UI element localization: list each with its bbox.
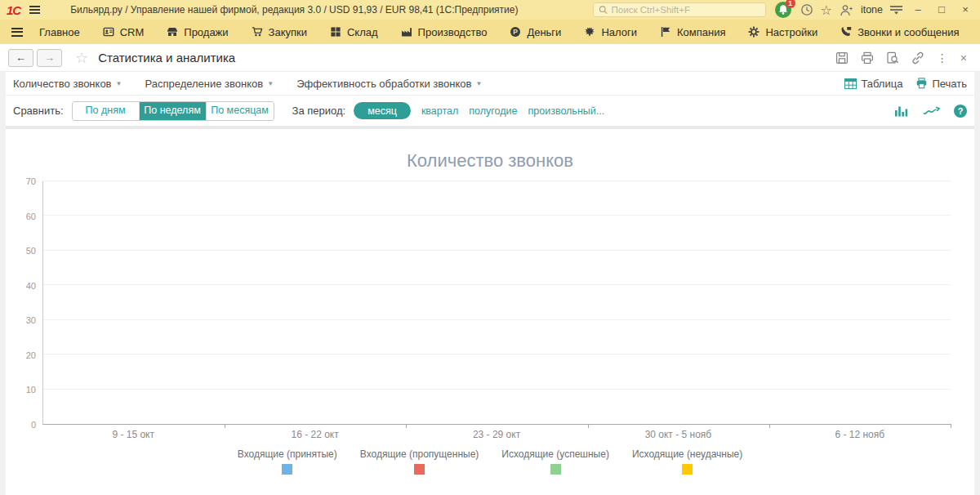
menu-item-warehouse[interactable]: Склад: [318, 20, 390, 44]
page-toolbar: ← → ☆ Статистика и аналитика ⋮ ×: [0, 44, 980, 72]
close-page-icon[interactable]: ×: [960, 51, 967, 65]
menu-item-calls[interactable]: Звонки и сообщения: [829, 20, 970, 44]
y-tick-label: 60: [26, 212, 36, 221]
minimize-button[interactable]: –: [910, 1, 926, 19]
menu-item-money[interactable]: P Деньги: [498, 20, 572, 44]
period-halfyear-link[interactable]: полугодие: [469, 105, 517, 117]
preview-icon[interactable]: [886, 51, 899, 65]
legend-swatch: [550, 464, 561, 475]
menu-item-company[interactable]: Компания: [648, 20, 737, 44]
tab-label: Распределение звонков: [145, 78, 263, 90]
menu-item-purchases[interactable]: Закупки: [240, 20, 318, 44]
print-icon: [915, 78, 928, 89]
purchases-cart-icon: [252, 26, 263, 38]
x-axis-label: 9 - 15 окт: [42, 429, 224, 440]
calls-phone-icon: [840, 26, 852, 38]
user-icon[interactable]: [840, 4, 853, 16]
compare-switch: По дням По неделям По месяцам: [72, 101, 274, 121]
svg-text:P: P: [514, 28, 519, 36]
table-view-button[interactable]: Таблица: [844, 78, 902, 90]
compare-by-months-button[interactable]: По месяцам: [207, 102, 274, 120]
favorite-star-icon[interactable]: ☆: [75, 51, 88, 65]
history-clock-icon[interactable]: [800, 3, 813, 16]
1c-logo: 1С: [7, 3, 20, 17]
window-title: Бильярд.ру / Управление нашей фирмой, ре…: [70, 4, 518, 16]
period-month-button[interactable]: месяц: [354, 102, 411, 119]
menu-item-production[interactable]: Производство: [390, 20, 499, 44]
legend-swatch: [414, 464, 425, 475]
menu-item-label: Компания: [677, 26, 726, 38]
y-tick-label: 30: [26, 315, 36, 325]
user-name[interactable]: itone: [861, 4, 883, 16]
compare-by-days-button[interactable]: По дням: [73, 102, 140, 120]
notification-badge: 1: [786, 0, 795, 8]
line-chart-view-icon[interactable]: [923, 105, 940, 116]
chart-area: Количество звонков 010203040506070 9 - 1…: [0, 129, 980, 495]
menu-item-label: Продажи: [184, 26, 228, 38]
crm-icon: [103, 26, 114, 38]
x-axis-tick: [951, 424, 951, 428]
menu-item-label: Производство: [418, 26, 488, 38]
favorites-star-icon[interactable]: ☆: [821, 2, 832, 18]
maximize-button[interactable]: □: [933, 1, 950, 19]
bar-group: [769, 181, 951, 424]
more-dots-icon[interactable]: ⋮: [937, 52, 948, 64]
global-search[interactable]: [593, 2, 766, 17]
settings-gear-icon: [748, 26, 760, 38]
legend-label: Входящие (пропущенные): [360, 448, 479, 460]
main-menu-icon[interactable]: [28, 4, 42, 16]
service-menu-icon[interactable]: [890, 5, 902, 15]
chart-legend: Входящие (принятые)Входящие (пропущенные…: [0, 448, 980, 475]
menu-item-label: Звонки и сообщения: [858, 26, 959, 38]
menu-item-sales[interactable]: Продажи: [155, 20, 239, 44]
form-right-edge: [974, 72, 980, 495]
legend-swatch: [682, 464, 693, 475]
menu-item-label: Главное: [39, 26, 80, 38]
plot-wrap: 010203040506070: [7, 181, 951, 425]
bar-group: [43, 181, 225, 424]
sales-icon: [167, 26, 178, 38]
filters-row: Сравнить: По дням По неделям По месяцам …: [0, 96, 980, 129]
period-quarter-link[interactable]: квартал: [421, 105, 458, 117]
save-icon[interactable]: [835, 51, 849, 65]
bar-chart-view-icon[interactable]: [894, 105, 909, 117]
menu-item-crm[interactable]: CRM: [91, 20, 156, 44]
period-label: За период:: [292, 105, 346, 117]
menu-item-label: Настройки: [765, 26, 817, 38]
table-icon: [844, 78, 857, 89]
x-axis-label: 6 - 12 нояб: [769, 429, 951, 440]
tab-call-efficiency[interactable]: Эффективность обработки звонков ▼: [296, 78, 482, 90]
period-custom-link[interactable]: произвольный...: [528, 105, 605, 117]
tab-call-count[interactable]: Количество звонков ▼: [13, 78, 122, 90]
window-titlebar: 1С Бильярд.ру / Управление нашей фирмой,…: [0, 0, 980, 20]
x-axis-label: 30 окт - 5 нояб: [587, 429, 768, 440]
print-report-label: Печать: [932, 78, 967, 90]
form-left-edge: [0, 72, 6, 495]
menu-item-label: CRM: [120, 26, 145, 38]
close-window-button[interactable]: ×: [957, 1, 973, 19]
chevron-down-icon: ▼: [475, 80, 482, 87]
search-input[interactable]: [612, 5, 760, 15]
sections-menu-icon[interactable]: [8, 28, 28, 37]
report-tabs-row: Количество звонков ▼ Распределение звонк…: [0, 72, 980, 96]
bar-group: [588, 181, 769, 424]
menu-item-main[interactable]: Главное: [28, 20, 91, 44]
help-icon[interactable]: ?: [954, 105, 967, 118]
y-tick-label: 0: [31, 420, 36, 430]
menu-item-label: Налоги: [601, 26, 637, 38]
menu-item-label: Склад: [347, 26, 378, 38]
print-report-button[interactable]: Печать: [915, 78, 967, 90]
forward-button[interactable]: →: [37, 49, 62, 67]
menu-item-taxes[interactable]: Налоги: [572, 20, 648, 44]
notifications-bell-icon[interactable]: 1: [773, 1, 793, 19]
compare-by-weeks-button[interactable]: По неделям: [140, 102, 207, 120]
chevron-down-icon: ▼: [267, 80, 274, 87]
print-icon[interactable]: [861, 51, 874, 65]
legend-item: Входящие (принятые): [238, 448, 337, 475]
x-axis-label: 23 - 29 окт: [406, 429, 587, 440]
legend-label: Входящие (принятые): [238, 448, 337, 460]
tab-call-distribution[interactable]: Распределение звонков ▼: [145, 78, 274, 90]
back-button[interactable]: ←: [8, 49, 33, 67]
menu-item-settings[interactable]: Настройки: [737, 20, 829, 44]
link-icon[interactable]: [911, 51, 924, 65]
